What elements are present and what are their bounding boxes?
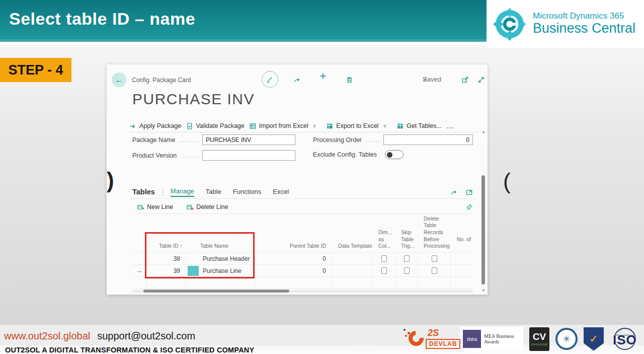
pin-button[interactable] <box>465 203 473 211</box>
data-template-cell[interactable] <box>331 265 372 276</box>
shield-check-icon: ✓ <box>590 333 598 345</box>
column-header-skip-table-trig[interactable]: Skip Table Trig... <box>395 229 418 252</box>
devlab-logo: 2S DEVLAB <box>401 327 454 351</box>
parent-table-id-cell[interactable]: 0 <box>255 253 331 264</box>
dotted-leader <box>181 157 198 158</box>
new-button[interactable]: + <box>318 72 328 81</box>
slide: Select table ID – name Microsoft Dynamic… <box>0 0 644 354</box>
row-selector-cell[interactable] <box>132 253 146 264</box>
new-line-icon <box>137 203 144 211</box>
package-name-input[interactable] <box>202 134 295 145</box>
back-button[interactable]: ← <box>112 73 126 87</box>
parent-table-id-cell[interactable] <box>255 277 331 288</box>
column-header-dim-as-col[interactable]: Dim... as Col... <box>372 229 395 252</box>
row-selector-cell[interactable] <box>132 277 146 288</box>
more-actions-button[interactable]: … <box>446 121 455 130</box>
vertical-scrollbar-thumb[interactable] <box>481 175 485 285</box>
column-header-no-of[interactable]: No. of <box>450 236 473 252</box>
share-button[interactable] <box>292 75 301 84</box>
column-header-delete-records[interactable]: Delete Table Records Before Processing <box>418 216 450 252</box>
delete-records-cell[interactable] <box>418 277 450 288</box>
delete-records-cell[interactable] <box>418 265 450 276</box>
dim-as-col-cell[interactable] <box>372 253 395 264</box>
table-id-cell[interactable] <box>146 277 185 288</box>
dotted-leader <box>366 141 379 142</box>
horizontal-scrollbar-thumb[interactable] <box>143 290 289 293</box>
tab-functions[interactable]: Functions <box>233 188 261 196</box>
apply-package-action[interactable]: Apply Package <box>129 122 181 130</box>
brand-logo-box: Microsoft Dynamics 365 Business Central <box>487 0 644 48</box>
checkbox[interactable] <box>432 255 437 262</box>
no-of-cell[interactable] <box>450 253 473 264</box>
popout-icon <box>461 76 469 84</box>
devlab-dot <box>404 329 406 331</box>
support-email[interactable]: support@out2sol.com <box>97 330 195 342</box>
data-template-cell[interactable] <box>331 277 372 288</box>
exclude-config-tables-toggle[interactable] <box>385 150 404 159</box>
slide-title: Select table ID – name <box>9 9 195 29</box>
dim-as-col-cell[interactable] <box>372 277 395 288</box>
validate-package-action[interactable]: Validate Package <box>186 122 244 130</box>
skip-table-trig-cell[interactable] <box>395 277 418 288</box>
diagonal-resize-icon <box>477 76 485 84</box>
mea-square: mea <box>463 330 481 348</box>
new-line-action[interactable]: New Line <box>137 203 173 211</box>
tab-table[interactable]: Table <box>206 188 221 196</box>
vertical-scrollbar[interactable]: ▲ ▼ <box>481 130 486 292</box>
exclude-config-tables-field-row: Exclude Config. Tables <box>313 150 400 159</box>
tab-manage[interactable]: Manage <box>171 187 194 197</box>
cv-text: CV <box>533 332 546 341</box>
processing-order-input[interactable] <box>383 134 473 145</box>
list-toolbar: New Line Delete Line <box>137 201 473 213</box>
dim-as-col-cell[interactable] <box>372 265 395 276</box>
edit-button[interactable] <box>262 71 278 88</box>
expand-page-button[interactable] <box>476 75 486 84</box>
export-dropdown-chevron[interactable]: ∨ <box>383 123 386 128</box>
no-of-cell[interactable] <box>450 265 473 276</box>
no-of-cell[interactable] <box>450 277 473 288</box>
focus-mode-button[interactable] <box>465 188 473 196</box>
skip-table-trig-cell[interactable] <box>395 265 418 276</box>
product-version-input[interactable] <box>202 150 295 161</box>
action-bar: Apply Package Validate Package Import fr… <box>129 120 477 132</box>
iso-logo: ISO <box>610 327 641 351</box>
business-central-logo-icon <box>493 7 527 41</box>
table-name-cell[interactable] <box>185 277 255 288</box>
new-line-label: New Line <box>147 203 173 210</box>
separator <box>163 188 163 196</box>
tables-section-title: Tables <box>132 188 155 196</box>
import-from-excel-action[interactable]: Import from Excel <box>249 122 308 130</box>
data-template-cell[interactable] <box>331 253 372 264</box>
row-selector-cell[interactable]: → <box>132 265 146 276</box>
delete-records-cell[interactable] <box>418 253 450 264</box>
dotted-leader <box>179 141 198 142</box>
exclude-config-tables-label: Exclude Config. Tables <box>313 151 377 158</box>
delete-button[interactable] <box>345 75 354 84</box>
open-in-window-button[interactable] <box>460 75 469 84</box>
checkbox[interactable] <box>381 267 387 274</box>
import-dropdown-chevron[interactable]: ∨ <box>313 123 316 128</box>
column-header-parent-table-id[interactable]: Parent Table ID <box>255 243 331 252</box>
package-name-field-row: Package Name <box>132 134 295 145</box>
checkbox[interactable] <box>381 255 387 262</box>
toggle-knob <box>387 152 392 158</box>
scroll-up-arrow[interactable]: ▲ <box>481 130 486 133</box>
website-link[interactable]: www.out2sol.global <box>4 330 90 342</box>
get-tables-action[interactable]: Get Tables... <box>396 122 442 130</box>
column-header-data-template[interactable]: Data Template <box>331 243 372 252</box>
parent-table-id-cell[interactable]: 0 <box>255 265 331 276</box>
delete-line-action[interactable]: Delete Line <box>186 203 228 211</box>
trash-icon <box>346 76 353 84</box>
scroll-down-arrow[interactable]: ▼ <box>481 289 486 292</box>
skip-table-trig-cell[interactable] <box>395 253 418 264</box>
tab-excel[interactable]: Excel <box>273 188 289 196</box>
certification-shield-badge: ✓ <box>584 327 604 351</box>
export-to-excel-action[interactable]: Export to Excel <box>326 122 378 130</box>
focus-mode-icon <box>465 188 473 196</box>
checkbox[interactable] <box>432 267 437 274</box>
checkbox[interactable] <box>404 255 410 262</box>
share-part-button[interactable] <box>450 188 458 196</box>
validate-package-label: Validate Package <box>196 122 244 129</box>
export-excel-label: Export to Excel <box>336 122 378 129</box>
checkbox[interactable] <box>404 267 410 274</box>
